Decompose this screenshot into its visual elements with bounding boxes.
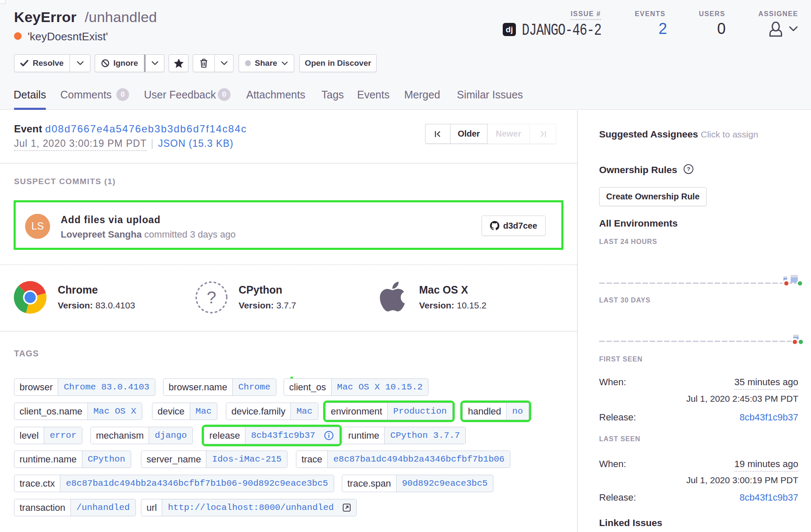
svg-text:?: ? <box>207 288 216 307</box>
svg-text:?: ? <box>687 166 690 172</box>
